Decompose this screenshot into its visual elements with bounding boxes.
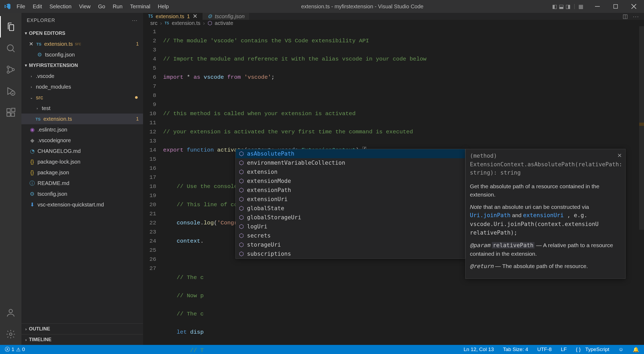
property-icon: ⬡ bbox=[238, 223, 244, 230]
minimap[interactable] bbox=[639, 26, 644, 230]
svg-rect-0 bbox=[614, 5, 617, 8]
tree-file[interactable]: ◉.eslintrc.json bbox=[21, 124, 143, 135]
typescript-icon: TS bbox=[164, 21, 169, 25]
status-errors[interactable]: ⓧ1 ⚠0 bbox=[3, 346, 27, 353]
split-editor-icon[interactable]: ◫ bbox=[623, 13, 628, 20]
suggest-item[interactable]: ⬡environmentVariableCollection bbox=[236, 158, 465, 167]
close-icon[interactable]: ✕ bbox=[617, 151, 622, 160]
more-icon[interactable]: ··· bbox=[132, 18, 138, 23]
tab-bar: TS extension.ts 1 ✕ ⚙ tsconfig.json ◫ ··… bbox=[143, 13, 644, 20]
activity-settings-icon[interactable] bbox=[0, 323, 21, 345]
markdown-icon: ◔ bbox=[29, 148, 35, 154]
tree-file[interactable]: ⚙tsconfig.json bbox=[21, 189, 143, 199]
chevron-down-icon: ⌄ bbox=[29, 96, 34, 100]
activity-explorer-icon[interactable] bbox=[0, 16, 21, 37]
svg-point-2 bbox=[7, 66, 9, 68]
layout-right-icon[interactable]: ◨ bbox=[566, 3, 571, 10]
svg-rect-6 bbox=[7, 109, 10, 112]
chevron-right-icon: › bbox=[23, 327, 29, 331]
tree-folder[interactable]: ›node_modules bbox=[21, 81, 143, 92]
open-editor-item[interactable]: ⚙ tsconfig.json bbox=[21, 49, 143, 60]
chevron-down-icon: ▾ bbox=[23, 63, 29, 68]
window-close-icon[interactable] bbox=[626, 0, 642, 13]
tree-folder[interactable]: ›.vscode bbox=[21, 71, 143, 81]
section-outline[interactable]: ›OUTLINE bbox=[21, 323, 143, 334]
svg-point-3 bbox=[7, 71, 9, 73]
chevron-right-icon: › bbox=[29, 74, 34, 78]
tree-file[interactable]: ⬇vsc-extension-quickstart.md bbox=[21, 199, 143, 210]
tree-folder[interactable]: ›test bbox=[21, 103, 143, 114]
suggest-item[interactable]: ⬡extensionPath bbox=[236, 186, 465, 195]
menu-terminal[interactable]: Terminal bbox=[126, 2, 154, 11]
suggest-item[interactable]: ⬡logUri bbox=[236, 222, 465, 231]
breadcrumb[interactable]: src› TS extension.ts› ⬡ activate bbox=[143, 20, 644, 26]
open-editor-item[interactable]: ✕ TS extension.ts src 1 bbox=[21, 39, 143, 49]
minimap-marker bbox=[639, 123, 644, 126]
activity-extensions-icon[interactable] bbox=[0, 102, 21, 123]
json-icon: {} bbox=[29, 159, 35, 165]
menu-help[interactable]: Help bbox=[154, 2, 173, 11]
menu-edit[interactable]: Edit bbox=[29, 2, 46, 11]
ignore-icon: ◆ bbox=[29, 137, 35, 144]
suggest-item[interactable]: ⬡storageUri bbox=[236, 240, 465, 249]
intellisense-suggest[interactable]: ⬡asAbsolutePath ⬡environmentVariableColl… bbox=[235, 149, 465, 259]
activity-debug-icon[interactable] bbox=[0, 80, 21, 102]
tree-file-extension-ts[interactable]: TSextension.ts1 bbox=[21, 114, 143, 124]
suggest-item[interactable]: ⬡globalStorageUri bbox=[236, 213, 465, 222]
sidebar-title: EXPLORER bbox=[27, 18, 55, 23]
menu-file[interactable]: File bbox=[13, 2, 29, 11]
intellisense-doc: ✕ (method) ExtensionContext.asAbsolutePa… bbox=[465, 149, 626, 279]
svg-point-11 bbox=[9, 333, 12, 336]
method-icon: ⬡ bbox=[208, 20, 212, 26]
menu-go[interactable]: Go bbox=[94, 2, 109, 11]
tree-file[interactable]: {}package.json bbox=[21, 167, 143, 178]
section-timeline[interactable]: ›TIMELINE bbox=[21, 334, 143, 345]
activity-bar bbox=[0, 13, 21, 345]
section-open-editors[interactable]: ▾ OPEN EDITORS bbox=[21, 28, 143, 39]
suggest-item[interactable]: ⬡extensionUri bbox=[236, 195, 465, 204]
menu-view[interactable]: View bbox=[75, 2, 94, 11]
tree-file[interactable]: ⓘREADME.md bbox=[21, 178, 143, 189]
tree-file[interactable]: {}package-lock.json bbox=[21, 156, 143, 167]
window-maximize-icon[interactable] bbox=[608, 0, 624, 13]
tab-extension-ts[interactable]: TS extension.ts 1 ✕ bbox=[143, 13, 203, 20]
menu-selection[interactable]: Selection bbox=[46, 2, 75, 11]
svg-point-10 bbox=[9, 309, 13, 313]
suggest-item[interactable]: ⬡globalState bbox=[236, 204, 465, 213]
typescript-icon: TS bbox=[148, 14, 153, 19]
window-minimize-icon[interactable] bbox=[589, 0, 605, 13]
property-icon: ⬡ bbox=[238, 169, 244, 175]
window-title: extension.ts - myfirstextension - Visual… bbox=[173, 3, 552, 10]
tsconfig-icon: ⚙ bbox=[36, 51, 43, 58]
activity-scm-icon[interactable] bbox=[0, 59, 21, 80]
sidebar-explorer: EXPLORER ··· ▾ OPEN EDITORS ✕ TS extensi… bbox=[21, 13, 143, 345]
section-project[interactable]: ▾ MYFIRSTEXTENSION bbox=[21, 60, 143, 71]
tree-file[interactable]: ◆.vscodeignore bbox=[21, 135, 143, 146]
layout-bottom-icon[interactable]: ⬓ bbox=[559, 3, 564, 10]
suggest-item[interactable]: ⬡asAbsolutePath bbox=[236, 149, 465, 158]
more-icon[interactable]: ··· bbox=[633, 13, 639, 20]
activity-search-icon[interactable] bbox=[0, 37, 21, 59]
menu-run[interactable]: Run bbox=[109, 2, 126, 11]
property-icon: ⬡ bbox=[238, 214, 244, 221]
tree-file[interactable]: ◔CHANGELOG.md bbox=[21, 146, 143, 156]
suggest-item[interactable]: ⬡extensionMode bbox=[236, 176, 465, 186]
dirty-dot-icon bbox=[135, 96, 138, 99]
property-icon: ⬡ bbox=[238, 205, 244, 212]
chevron-right-icon: › bbox=[23, 337, 29, 342]
chevron-down-icon: ▾ bbox=[23, 31, 29, 36]
suggest-item[interactable]: ⬡secrets bbox=[236, 231, 465, 240]
activity-account-icon[interactable] bbox=[0, 302, 21, 323]
layout-left-icon[interactable]: ◧ bbox=[552, 3, 557, 10]
tab-tsconfig[interactable]: ⚙ tsconfig.json bbox=[203, 13, 250, 20]
tree-folder-src[interactable]: ⌄src bbox=[21, 92, 143, 103]
svg-rect-8 bbox=[11, 113, 15, 116]
typescript-icon: TS bbox=[35, 117, 41, 121]
tab-close-icon[interactable]: ✕ bbox=[193, 13, 197, 20]
readme-icon: ⓘ bbox=[29, 180, 35, 187]
layout-grid-icon[interactable]: ▦ bbox=[578, 3, 583, 10]
suggest-item[interactable]: ⬡subscriptions bbox=[236, 249, 465, 258]
suggest-item[interactable]: ⬡extension bbox=[236, 167, 465, 176]
property-icon: ⬡ bbox=[238, 242, 244, 248]
close-icon[interactable]: ✕ bbox=[29, 41, 33, 47]
